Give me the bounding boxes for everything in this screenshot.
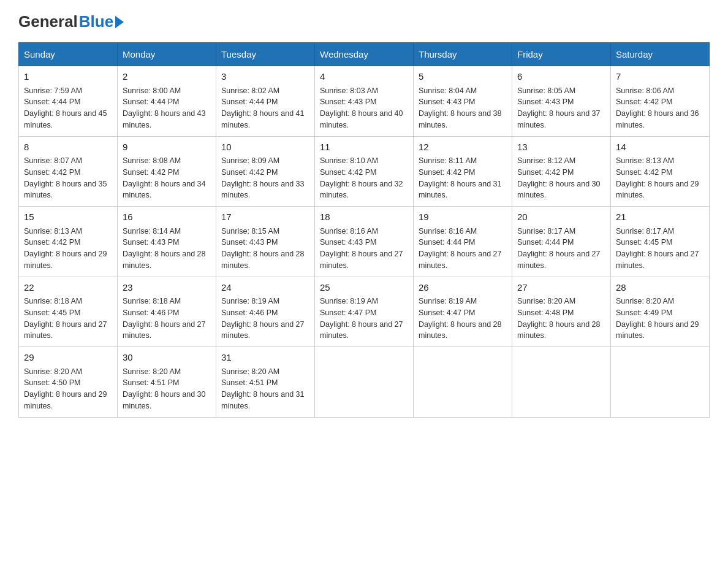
header: General Blue [18,12,710,31]
day-cell: 12Sunrise: 8:11 AMSunset: 4:42 PMDayligh… [414,136,512,207]
day-info: Sunrise: 8:16 AMSunset: 4:44 PMDaylight:… [419,227,502,270]
col-header-wednesday: Wednesday [315,43,414,66]
day-info: Sunrise: 8:04 AMSunset: 4:43 PMDaylight:… [419,86,502,129]
day-number: 18 [320,210,408,224]
day-cell: 9Sunrise: 8:08 AMSunset: 4:42 PMDaylight… [118,136,216,207]
day-number: 4 [320,70,408,84]
day-number: 8 [24,140,112,155]
day-info: Sunrise: 8:17 AMSunset: 4:44 PMDaylight:… [517,227,601,270]
day-cell: 20Sunrise: 8:17 AMSunset: 4:44 PMDayligh… [512,207,611,277]
day-number: 3 [221,70,309,84]
day-info: Sunrise: 8:08 AMSunset: 4:42 PMDaylight:… [123,156,206,199]
day-cell: 8Sunrise: 8:07 AMSunset: 4:42 PMDaylight… [19,136,118,207]
day-info: Sunrise: 8:18 AMSunset: 4:45 PMDaylight:… [24,297,107,340]
logo-blue-text: Blue [79,12,113,31]
col-header-thursday: Thursday [414,43,512,66]
day-cell: 26Sunrise: 8:19 AMSunset: 4:47 PMDayligh… [414,277,512,347]
day-cell: 15Sunrise: 8:13 AMSunset: 4:42 PMDayligh… [19,207,118,277]
day-cell [512,347,611,418]
day-number: 17 [221,210,309,224]
day-cell: 6Sunrise: 8:05 AMSunset: 4:43 PMDaylight… [512,66,611,137]
day-number: 29 [24,351,112,365]
day-info: Sunrise: 8:19 AMSunset: 4:47 PMDaylight:… [320,297,403,340]
logo-general-text: General [18,12,78,31]
day-info: Sunrise: 7:59 AMSunset: 4:44 PMDaylight:… [24,86,107,129]
day-number: 31 [221,351,309,365]
day-cell: 7Sunrise: 8:06 AMSunset: 4:42 PMDaylight… [611,66,710,137]
day-number: 10 [221,140,309,155]
day-info: Sunrise: 8:20 AMSunset: 4:51 PMDaylight:… [221,367,305,410]
day-number: 19 [419,210,507,224]
day-number: 7 [616,70,704,84]
day-cell: 23Sunrise: 8:18 AMSunset: 4:46 PMDayligh… [118,277,216,347]
day-cell: 10Sunrise: 8:09 AMSunset: 4:42 PMDayligh… [216,136,315,207]
day-info: Sunrise: 8:09 AMSunset: 4:42 PMDaylight:… [221,156,305,199]
col-header-sunday: Sunday [19,43,118,66]
day-info: Sunrise: 8:18 AMSunset: 4:46 PMDaylight:… [123,297,206,340]
day-info: Sunrise: 8:11 AMSunset: 4:42 PMDaylight:… [419,156,502,199]
day-cell [414,347,512,418]
day-number: 6 [517,70,605,84]
col-header-saturday: Saturday [611,43,710,66]
day-cell: 21Sunrise: 8:17 AMSunset: 4:45 PMDayligh… [611,207,710,277]
day-info: Sunrise: 8:00 AMSunset: 4:44 PMDaylight:… [123,86,206,129]
logo-blue-part: Blue [79,12,124,31]
day-cell: 4Sunrise: 8:03 AMSunset: 4:43 PMDaylight… [315,66,414,137]
day-info: Sunrise: 8:19 AMSunset: 4:46 PMDaylight:… [221,297,305,340]
header-row: SundayMondayTuesdayWednesdayThursdayFrid… [19,43,710,66]
day-cell: 30Sunrise: 8:20 AMSunset: 4:51 PMDayligh… [118,347,216,418]
day-number: 12 [419,140,507,155]
logo: General Blue [18,12,124,31]
day-info: Sunrise: 8:20 AMSunset: 4:50 PMDaylight:… [24,367,107,410]
day-info: Sunrise: 8:20 AMSunset: 4:51 PMDaylight:… [123,367,206,410]
day-number: 23 [123,281,211,295]
day-number: 26 [419,281,507,295]
day-info: Sunrise: 8:13 AMSunset: 4:42 PMDaylight:… [24,227,107,270]
day-info: Sunrise: 8:15 AMSunset: 4:43 PMDaylight:… [221,227,305,270]
day-number: 2 [123,70,211,84]
day-cell: 18Sunrise: 8:16 AMSunset: 4:43 PMDayligh… [315,207,414,277]
day-cell: 14Sunrise: 8:13 AMSunset: 4:42 PMDayligh… [611,136,710,207]
day-number: 14 [616,140,704,155]
day-number: 21 [616,210,704,224]
col-header-tuesday: Tuesday [216,43,315,66]
day-cell: 31Sunrise: 8:20 AMSunset: 4:51 PMDayligh… [216,347,315,418]
day-number: 16 [123,210,211,224]
day-number: 20 [517,210,605,224]
day-cell: 22Sunrise: 8:18 AMSunset: 4:45 PMDayligh… [19,277,118,347]
day-cell: 19Sunrise: 8:16 AMSunset: 4:44 PMDayligh… [414,207,512,277]
day-cell: 5Sunrise: 8:04 AMSunset: 4:43 PMDaylight… [414,66,512,137]
day-info: Sunrise: 8:12 AMSunset: 4:42 PMDaylight:… [517,156,601,199]
day-info: Sunrise: 8:14 AMSunset: 4:43 PMDaylight:… [123,227,206,270]
day-cell: 25Sunrise: 8:19 AMSunset: 4:47 PMDayligh… [315,277,414,347]
day-info: Sunrise: 8:16 AMSunset: 4:43 PMDaylight:… [320,227,403,270]
day-number: 15 [24,210,112,224]
day-cell: 29Sunrise: 8:20 AMSunset: 4:50 PMDayligh… [19,347,118,418]
day-number: 13 [517,140,605,155]
day-cell: 28Sunrise: 8:20 AMSunset: 4:49 PMDayligh… [611,277,710,347]
week-row-5: 29Sunrise: 8:20 AMSunset: 4:50 PMDayligh… [19,347,710,418]
day-number: 5 [419,70,507,84]
col-header-monday: Monday [118,43,216,66]
day-info: Sunrise: 8:10 AMSunset: 4:42 PMDaylight:… [320,156,403,199]
col-header-friday: Friday [512,43,611,66]
day-info: Sunrise: 8:03 AMSunset: 4:43 PMDaylight:… [320,86,403,129]
day-info: Sunrise: 8:19 AMSunset: 4:47 PMDaylight:… [419,297,502,340]
day-info: Sunrise: 8:06 AMSunset: 4:42 PMDaylight:… [616,86,699,129]
day-cell: 3Sunrise: 8:02 AMSunset: 4:44 PMDaylight… [216,66,315,137]
day-number: 22 [24,281,112,295]
day-info: Sunrise: 8:07 AMSunset: 4:42 PMDaylight:… [24,156,107,199]
day-number: 25 [320,281,408,295]
day-cell: 27Sunrise: 8:20 AMSunset: 4:48 PMDayligh… [512,277,611,347]
day-cell: 16Sunrise: 8:14 AMSunset: 4:43 PMDayligh… [118,207,216,277]
day-number: 27 [517,281,605,295]
day-cell: 1Sunrise: 7:59 AMSunset: 4:44 PMDaylight… [19,66,118,137]
week-row-3: 15Sunrise: 8:13 AMSunset: 4:42 PMDayligh… [19,207,710,277]
day-cell [315,347,414,418]
day-number: 28 [616,281,704,295]
week-row-2: 8Sunrise: 8:07 AMSunset: 4:42 PMDaylight… [19,136,710,207]
day-info: Sunrise: 8:13 AMSunset: 4:42 PMDaylight:… [616,156,699,199]
day-cell: 11Sunrise: 8:10 AMSunset: 4:42 PMDayligh… [315,136,414,207]
day-info: Sunrise: 8:17 AMSunset: 4:45 PMDaylight:… [616,227,699,270]
day-number: 1 [24,70,112,84]
